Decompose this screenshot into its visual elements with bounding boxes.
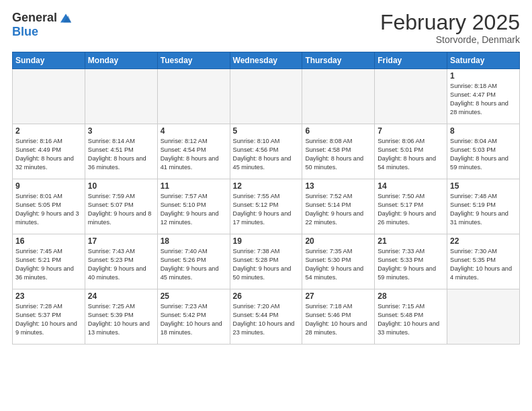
day-info: Sunrise: 7:55 AM Sunset: 5:12 PM Dayligh… (233, 192, 300, 227)
day-number: 12 (233, 181, 300, 191)
table-row: 17Sunrise: 7:43 AM Sunset: 5:23 PM Dayli… (85, 234, 157, 289)
col-friday: Friday (375, 52, 447, 69)
day-number: 27 (305, 291, 371, 301)
table-row: 8Sunrise: 8:04 AM Sunset: 5:03 PM Daylig… (447, 124, 520, 179)
table-row: 3Sunrise: 8:14 AM Sunset: 4:51 PM Daylig… (85, 124, 157, 179)
day-info: Sunrise: 8:01 AM Sunset: 5:05 PM Dayligh… (15, 192, 82, 227)
table-row: 10Sunrise: 7:59 AM Sunset: 5:07 PM Dayli… (85, 179, 157, 234)
table-row: 24Sunrise: 7:25 AM Sunset: 5:39 PM Dayli… (85, 289, 157, 345)
table-row: 11Sunrise: 7:57 AM Sunset: 5:10 PM Dayli… (157, 179, 230, 234)
day-number: 8 (450, 126, 517, 136)
day-number: 26 (233, 291, 300, 301)
day-number: 1 (450, 71, 517, 81)
day-info: Sunrise: 7:15 AM Sunset: 5:48 PM Dayligh… (378, 302, 444, 337)
day-info: Sunrise: 7:57 AM Sunset: 5:10 PM Dayligh… (161, 192, 227, 227)
day-number: 24 (88, 291, 154, 301)
day-info: Sunrise: 7:48 AM Sunset: 5:19 PM Dayligh… (450, 192, 517, 227)
table-row (302, 69, 375, 124)
day-info: Sunrise: 8:08 AM Sunset: 4:58 PM Dayligh… (305, 137, 371, 172)
day-number: 23 (15, 291, 82, 301)
day-info: Sunrise: 8:12 AM Sunset: 4:54 PM Dayligh… (161, 137, 227, 172)
col-wednesday: Wednesday (230, 52, 302, 69)
day-info: Sunrise: 7:52 AM Sunset: 5:14 PM Dayligh… (305, 192, 371, 227)
table-row (375, 69, 447, 124)
table-row (230, 69, 302, 124)
day-info: Sunrise: 8:18 AM Sunset: 4:47 PM Dayligh… (450, 82, 517, 117)
table-row: 28Sunrise: 7:15 AM Sunset: 5:48 PM Dayli… (375, 289, 447, 345)
day-number: 11 (161, 181, 227, 191)
day-number: 20 (305, 236, 371, 246)
table-row (85, 69, 157, 124)
day-info: Sunrise: 7:50 AM Sunset: 5:17 PM Dayligh… (378, 192, 444, 227)
calendar-week-row: 1Sunrise: 8:18 AM Sunset: 4:47 PM Daylig… (13, 69, 520, 124)
logo-general-text: General (12, 11, 57, 25)
day-info: Sunrise: 7:18 AM Sunset: 5:46 PM Dayligh… (305, 302, 371, 337)
table-row: 12Sunrise: 7:55 AM Sunset: 5:12 PM Dayli… (230, 179, 302, 234)
table-row: 13Sunrise: 7:52 AM Sunset: 5:14 PM Dayli… (302, 179, 375, 234)
day-info: Sunrise: 7:38 AM Sunset: 5:28 PM Dayligh… (233, 247, 300, 282)
day-info: Sunrise: 7:30 AM Sunset: 5:35 PM Dayligh… (450, 247, 517, 282)
day-info: Sunrise: 7:40 AM Sunset: 5:26 PM Dayligh… (161, 247, 227, 282)
table-row: 1Sunrise: 8:18 AM Sunset: 4:47 PM Daylig… (447, 69, 520, 124)
day-number: 25 (161, 291, 227, 301)
table-row: 16Sunrise: 7:45 AM Sunset: 5:21 PM Dayli… (13, 234, 85, 289)
table-row: 19Sunrise: 7:38 AM Sunset: 5:28 PM Dayli… (230, 234, 302, 289)
table-row: 18Sunrise: 7:40 AM Sunset: 5:26 PM Dayli… (157, 234, 230, 289)
table-row: 23Sunrise: 7:28 AM Sunset: 5:37 PM Dayli… (13, 289, 85, 345)
day-info: Sunrise: 7:25 AM Sunset: 5:39 PM Dayligh… (88, 302, 154, 337)
day-info: Sunrise: 7:35 AM Sunset: 5:30 PM Dayligh… (305, 247, 371, 282)
day-number: 4 (161, 126, 227, 136)
day-info: Sunrise: 7:45 AM Sunset: 5:21 PM Dayligh… (15, 247, 82, 282)
table-row: 25Sunrise: 7:23 AM Sunset: 5:42 PM Dayli… (157, 289, 230, 345)
day-number: 6 (305, 126, 371, 136)
col-monday: Monday (85, 52, 157, 69)
table-row: 4Sunrise: 8:12 AM Sunset: 4:54 PM Daylig… (157, 124, 230, 179)
day-info: Sunrise: 8:04 AM Sunset: 5:03 PM Dayligh… (450, 137, 517, 172)
calendar-week-row: 23Sunrise: 7:28 AM Sunset: 5:37 PM Dayli… (13, 289, 520, 345)
month-title: February 2025 (380, 11, 520, 34)
day-number: 7 (378, 126, 444, 136)
day-info: Sunrise: 7:28 AM Sunset: 5:37 PM Dayligh… (15, 302, 82, 337)
day-info: Sunrise: 7:59 AM Sunset: 5:07 PM Dayligh… (88, 192, 154, 227)
title-block: February 2025 Storvorde, Denmark (380, 11, 520, 45)
day-number: 9 (15, 181, 82, 191)
day-number: 5 (233, 126, 300, 136)
day-number: 17 (88, 236, 154, 246)
logo-blue-text: Blue (12, 26, 73, 39)
page: General Blue February 2025 Storvorde, De… (0, 0, 532, 411)
day-number: 10 (88, 181, 154, 191)
day-info: Sunrise: 8:06 AM Sunset: 5:01 PM Dayligh… (378, 137, 444, 172)
table-row: 2Sunrise: 8:16 AM Sunset: 4:49 PM Daylig… (13, 124, 85, 179)
day-number: 21 (378, 236, 444, 246)
day-number: 13 (305, 181, 371, 191)
day-number: 28 (378, 291, 444, 301)
calendar-week-row: 2Sunrise: 8:16 AM Sunset: 4:49 PM Daylig… (13, 124, 520, 179)
logo-icon (58, 11, 73, 26)
day-number: 19 (233, 236, 300, 246)
calendar: Sunday Monday Tuesday Wednesday Thursday… (12, 52, 520, 345)
table-row: 15Sunrise: 7:48 AM Sunset: 5:19 PM Dayli… (447, 179, 520, 234)
table-row: 22Sunrise: 7:30 AM Sunset: 5:35 PM Dayli… (447, 234, 520, 289)
table-row: 5Sunrise: 8:10 AM Sunset: 4:56 PM Daylig… (230, 124, 302, 179)
col-sunday: Sunday (13, 52, 85, 69)
day-number: 16 (15, 236, 82, 246)
day-number: 18 (161, 236, 227, 246)
table-row (447, 289, 520, 345)
calendar-week-row: 9Sunrise: 8:01 AM Sunset: 5:05 PM Daylig… (13, 179, 520, 234)
day-number: 15 (450, 181, 517, 191)
day-number: 3 (88, 126, 154, 136)
table-row: 6Sunrise: 8:08 AM Sunset: 4:58 PM Daylig… (302, 124, 375, 179)
calendar-week-row: 16Sunrise: 7:45 AM Sunset: 5:21 PM Dayli… (13, 234, 520, 289)
day-info: Sunrise: 8:14 AM Sunset: 4:51 PM Dayligh… (88, 137, 154, 172)
table-row: 7Sunrise: 8:06 AM Sunset: 5:01 PM Daylig… (375, 124, 447, 179)
subtitle: Storvorde, Denmark (380, 34, 520, 45)
day-number: 14 (378, 181, 444, 191)
table-row: 14Sunrise: 7:50 AM Sunset: 5:17 PM Dayli… (375, 179, 447, 234)
day-info: Sunrise: 7:33 AM Sunset: 5:33 PM Dayligh… (378, 247, 444, 282)
day-info: Sunrise: 7:43 AM Sunset: 5:23 PM Dayligh… (88, 247, 154, 282)
day-number: 2 (15, 126, 82, 136)
day-info: Sunrise: 8:10 AM Sunset: 4:56 PM Dayligh… (233, 137, 300, 172)
col-thursday: Thursday (302, 52, 375, 69)
calendar-header-row: Sunday Monday Tuesday Wednesday Thursday… (13, 52, 520, 69)
day-info: Sunrise: 7:20 AM Sunset: 5:44 PM Dayligh… (233, 302, 300, 337)
